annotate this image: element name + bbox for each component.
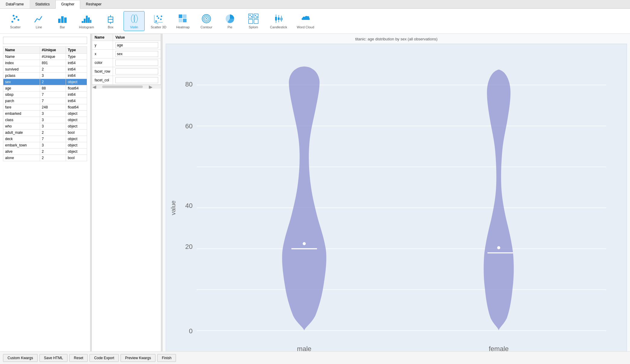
col-header-unique: #Unique: [40, 47, 66, 54]
table-row[interactable]: alone2bool: [3, 155, 87, 161]
scroll-right-btn[interactable]: ▶: [149, 85, 152, 89]
pie-icon: [224, 13, 235, 24]
svg-point-63: [303, 242, 306, 245]
btn-custom-kwargs[interactable]: Custom Kwargs: [3, 354, 38, 362]
table-row[interactable]: age88float64: [3, 85, 87, 92]
svg-text:20: 20: [185, 243, 193, 250]
svg-point-32: [206, 18, 207, 19]
table-row[interactable]: parch7int64: [3, 98, 87, 104]
col-header-name: Name: [3, 47, 40, 54]
tab-dataframe[interactable]: DataFrame: [0, 0, 30, 8]
table-row[interactable]: sex2object: [3, 79, 87, 85]
table-row[interactable]: sibsp7int64: [3, 92, 87, 98]
contour-icon: [201, 13, 212, 24]
bar-icon: [57, 13, 68, 24]
chart-btn-scatter3d[interactable]: Scatter 3D: [147, 11, 170, 31]
svg-rect-34: [249, 14, 253, 18]
chart-btn-splom[interactable]: Splom: [243, 11, 264, 31]
param-input-x[interactable]: [115, 51, 158, 57]
chart-btn-heatmap[interactable]: Heatmap: [172, 11, 193, 31]
chart-btn-scatter[interactable]: Scatter: [5, 11, 26, 31]
main-container: Scatter Line Bar: [0, 9, 630, 364]
violin-icon: [129, 13, 139, 24]
table-row[interactable]: alive2object: [3, 149, 87, 155]
btn-preview-kwargs[interactable]: Preview Kwargs: [121, 354, 155, 362]
param-input-y[interactable]: [115, 42, 158, 48]
svg-point-40: [255, 15, 256, 16]
param-col-name: Name: [92, 34, 113, 41]
table-row[interactable]: embarked3object: [3, 111, 87, 117]
param-row: facet_col: [92, 76, 161, 85]
table-row[interactable]: deck7object: [3, 136, 87, 142]
svg-rect-9: [84, 19, 86, 23]
chart-btn-bar[interactable]: Bar: [52, 11, 73, 31]
svg-point-0: [11, 21, 13, 23]
chart-btn-histogram[interactable]: Histogram: [75, 11, 98, 31]
svg-rect-8: [82, 21, 83, 23]
btn-reset[interactable]: Reset: [69, 354, 88, 362]
svg-rect-48: [166, 44, 627, 351]
mid-scrollbar[interactable]: ◀ ▶: [92, 85, 161, 89]
tab-reshaper[interactable]: Reshaper: [80, 0, 107, 8]
wordcloud-icon: [300, 13, 311, 24]
svg-rect-26: [183, 14, 186, 18]
svg-text:male: male: [297, 345, 312, 351]
svg-rect-7: [64, 17, 67, 23]
param-input-facet_row[interactable]: [115, 68, 158, 74]
svg-text:80: 80: [185, 80, 193, 88]
svg-text:60: 60: [185, 122, 193, 130]
chart-btn-line[interactable]: Line: [28, 11, 49, 31]
svg-point-19: [160, 19, 162, 20]
tab-statistics[interactable]: Statistics: [30, 0, 55, 8]
chart-btn-candlestick[interactable]: Candlestick: [266, 11, 291, 31]
scatter-icon: [10, 13, 21, 24]
btn-save-html[interactable]: Save HTML: [39, 354, 67, 362]
svg-point-1: [14, 18, 15, 20]
svg-rect-27: [179, 19, 182, 22]
svg-point-39: [251, 16, 252, 17]
svg-rect-25: [179, 14, 182, 18]
svg-point-21: [161, 16, 162, 17]
table-row[interactable]: adult_male2bool: [3, 130, 87, 136]
table-row[interactable]: who3object: [3, 123, 87, 130]
param-col-value: Value: [113, 34, 161, 41]
svg-point-41: [256, 16, 258, 17]
table-row[interactable]: survived2int64: [3, 66, 87, 73]
svg-rect-35: [254, 14, 258, 18]
tab-grapher[interactable]: Grapher: [55, 0, 80, 9]
param-input-facet_col[interactable]: [115, 77, 158, 83]
chart-btn-wordcloud[interactable]: Word Cloud: [293, 11, 318, 31]
candlestick-icon: [273, 13, 284, 24]
table-row[interactable]: class3object: [3, 117, 87, 123]
table-row[interactable]: pclass3int64: [3, 73, 87, 79]
histogram-icon: [81, 13, 92, 24]
table-row[interactable]: index891int64: [3, 60, 87, 66]
left-panel: Name #Unique Type Name#UniqueTypeindex89…: [0, 34, 90, 351]
table-row[interactable]: fare248float64: [3, 104, 87, 111]
svg-rect-6: [61, 16, 64, 23]
svg-rect-28: [183, 19, 186, 22]
chart-area: 0 20 40 60 80 value: [166, 44, 627, 351]
scroll-left-btn[interactable]: ◀: [92, 85, 96, 89]
chart-btn-contour[interactable]: Contour: [196, 11, 217, 31]
chart-btn-violin[interactable]: Violin: [124, 11, 145, 31]
mid-panel: Name Value yxcolorfacet_rowfacet_col ◀ ▶: [92, 34, 161, 351]
svg-point-4: [13, 15, 14, 17]
chart-btn-pie[interactable]: Pie: [219, 11, 240, 31]
svg-point-3: [17, 19, 19, 21]
line-icon: [33, 13, 44, 24]
btn-finish[interactable]: Finish: [157, 354, 176, 362]
scroll-thumb[interactable]: [102, 86, 143, 88]
svg-point-17: [155, 20, 157, 22]
param-table: Name Value yxcolorfacet_rowfacet_col: [92, 34, 161, 85]
search-input[interactable]: [3, 37, 87, 44]
chart-btn-box[interactable]: Box: [100, 11, 121, 31]
svg-rect-45: [278, 17, 280, 20]
svg-text:value: value: [170, 200, 177, 215]
table-row[interactable]: embark_town3object: [3, 142, 87, 149]
table-row[interactable]: Name#UniqueType: [3, 54, 87, 60]
btn-code-export[interactable]: Code Export: [89, 354, 119, 362]
svg-line-24: [154, 22, 158, 24]
variable-table: Name #Unique Type Name#UniqueTypeindex89…: [3, 46, 87, 161]
param-input-color[interactable]: [115, 60, 158, 66]
